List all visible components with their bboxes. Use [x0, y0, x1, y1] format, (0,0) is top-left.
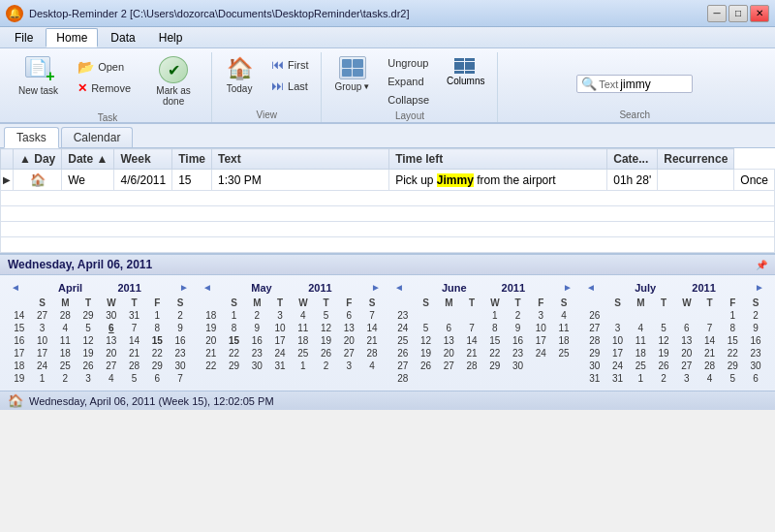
cal-day[interactable]: 3: [268, 309, 292, 322]
cal-day[interactable]: 24: [530, 347, 553, 360]
cal-day[interactable]: 27: [438, 360, 461, 372]
cal-day[interactable]: 21: [123, 347, 146, 360]
cal-day[interactable]: 31: [268, 360, 292, 372]
menu-file[interactable]: File: [4, 28, 44, 47]
cal-day[interactable]: 23: [246, 347, 269, 360]
cal-day[interactable]: 13: [438, 334, 461, 347]
cal-prev-3[interactable]: ◄: [583, 281, 599, 294]
cal-day[interactable]: 31: [606, 372, 630, 385]
col-week[interactable]: Week: [114, 149, 172, 170]
cal-day[interactable]: 24: [31, 360, 54, 372]
columns-button[interactable]: Columns: [440, 54, 491, 90]
cal-day[interactable]: [675, 309, 698, 322]
cal-day[interactable]: 14: [123, 334, 146, 347]
cal-day[interactable]: 20: [438, 347, 461, 360]
cal-day[interactable]: 24: [606, 360, 630, 372]
cal-day[interactable]: 7: [123, 322, 146, 334]
cal-day[interactable]: 20: [338, 334, 361, 347]
cal-day[interactable]: 5: [315, 309, 338, 322]
cal-day[interactable]: 7: [169, 372, 192, 385]
cal-day[interactable]: 26: [415, 360, 438, 372]
col-timeleft[interactable]: Time left: [389, 149, 607, 170]
cal-day[interactable]: 8: [223, 322, 246, 334]
cal-day[interactable]: 21: [360, 334, 384, 347]
cal-day[interactable]: 8: [722, 322, 745, 334]
cal-day[interactable]: 7: [460, 322, 483, 334]
cal-day[interactable]: [415, 309, 438, 322]
cal-day[interactable]: 18: [630, 347, 653, 360]
cal-day[interactable]: 1: [722, 309, 745, 322]
table-row[interactable]: ▶ 🏠 We 4/6/2011 15 1:30 PM Pick up Jimmy…: [1, 170, 775, 191]
cal-day[interactable]: 6: [100, 322, 123, 334]
cal-day[interactable]: 22: [483, 347, 507, 360]
cal-day[interactable]: 24: [268, 347, 292, 360]
col-time[interactable]: Time: [172, 149, 212, 170]
cal-day[interactable]: 25: [54, 360, 78, 372]
cal-day[interactable]: 21: [698, 347, 722, 360]
cal-day[interactable]: 10: [530, 322, 553, 334]
minimize-button[interactable]: ─: [707, 5, 727, 22]
cal-day[interactable]: 15: [483, 334, 507, 347]
cal-day[interactable]: 5: [415, 322, 438, 334]
cal-day[interactable]: 16: [169, 334, 192, 347]
cal-day[interactable]: 13: [338, 322, 361, 334]
cal-prev-2[interactable]: ◄: [391, 281, 407, 294]
col-arrow[interactable]: [1, 149, 14, 170]
remove-button[interactable]: ✕ Remove: [71, 78, 138, 98]
cal-day[interactable]: 20: [100, 347, 123, 360]
cal-day[interactable]: 1: [146, 309, 170, 322]
cal-day[interactable]: [460, 309, 483, 322]
cal-day[interactable]: 12: [315, 322, 338, 334]
cal-day[interactable]: [530, 360, 553, 372]
cal-day[interactable]: 12: [77, 334, 100, 347]
col-category[interactable]: Cate...: [607, 149, 658, 170]
cal-day[interactable]: 28: [123, 360, 146, 372]
cal-prev-1[interactable]: ◄: [200, 281, 215, 294]
cal-day[interactable]: 8: [146, 322, 170, 334]
cal-day[interactable]: 11: [552, 322, 575, 334]
cal-day[interactable]: [460, 372, 483, 385]
cal-day[interactable]: 11: [292, 322, 315, 334]
cal-day[interactable]: 1: [31, 372, 54, 385]
cal-day[interactable]: [698, 309, 722, 322]
cal-day[interactable]: 27: [31, 309, 54, 322]
cal-day[interactable]: 22: [223, 347, 246, 360]
cal-day[interactable]: 6: [146, 372, 170, 385]
cal-day[interactable]: 4: [630, 322, 653, 334]
cal-day[interactable]: 1: [483, 309, 507, 322]
cal-day[interactable]: 31: [123, 309, 146, 322]
cal-day[interactable]: 5: [722, 372, 745, 385]
col-text[interactable]: Text: [211, 149, 388, 170]
cal-day[interactable]: 6: [675, 322, 698, 334]
cal-day[interactable]: 2: [744, 309, 767, 322]
cal-day[interactable]: 22: [722, 347, 745, 360]
cal-day[interactable]: 28: [360, 347, 384, 360]
cal-day[interactable]: 19: [315, 334, 338, 347]
cal-day[interactable]: 22: [146, 347, 170, 360]
new-task-button[interactable]: 📄 + New task: [10, 52, 67, 100]
last-button[interactable]: ⏭ Last: [264, 76, 315, 96]
open-button[interactable]: 📂 Open: [71, 56, 138, 78]
cal-day[interactable]: 20: [675, 347, 698, 360]
cal-day[interactable]: [438, 309, 461, 322]
cal-day[interactable]: 26: [77, 360, 100, 372]
cal-day[interactable]: 30: [169, 360, 192, 372]
cal-day[interactable]: 13: [675, 334, 698, 347]
cal-day[interactable]: 9: [507, 322, 530, 334]
cal-day[interactable]: 1: [223, 309, 246, 322]
cal-day[interactable]: 15: [223, 334, 246, 347]
cal-next-1[interactable]: ►: [368, 281, 384, 294]
cal-day[interactable]: 9: [744, 322, 767, 334]
col-recurrence[interactable]: Recurrence: [658, 149, 734, 170]
cal-day[interactable]: 9: [169, 322, 192, 334]
cal-day[interactable]: 2: [652, 372, 675, 385]
cal-day[interactable]: 4: [54, 322, 78, 334]
cal-day[interactable]: 13: [100, 334, 123, 347]
cal-day[interactable]: 28: [698, 360, 722, 372]
cal-day[interactable]: 1: [630, 372, 653, 385]
cal-day[interactable]: [438, 372, 461, 385]
cal-day[interactable]: 23: [169, 347, 192, 360]
cal-day[interactable]: 15: [722, 334, 745, 347]
cal-day[interactable]: 26: [315, 347, 338, 360]
cal-day[interactable]: 18: [552, 334, 575, 347]
